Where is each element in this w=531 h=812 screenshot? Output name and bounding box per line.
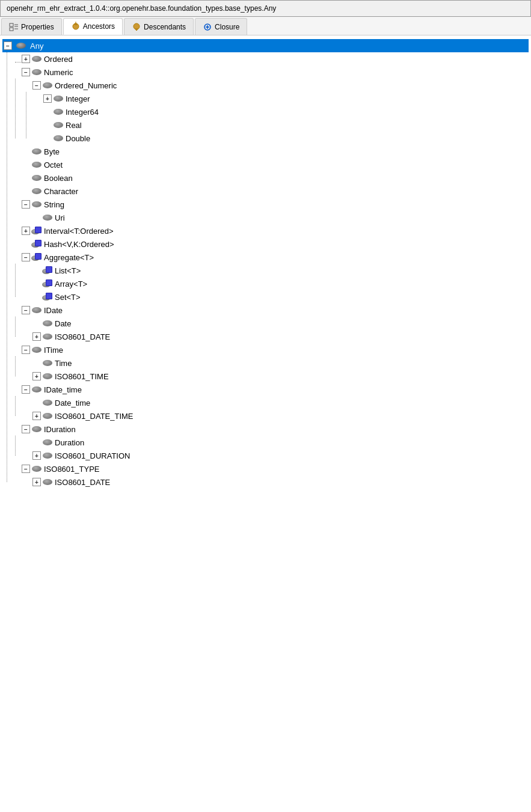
tree-row-iduration[interactable]: − IDuration xyxy=(11,423,529,436)
expand-iso8601-date-time[interactable]: + xyxy=(32,412,41,420)
tree-row-character[interactable]: Character xyxy=(11,185,529,198)
expand-ordered-numeric[interactable]: − xyxy=(32,81,41,90)
aggregate-children: List<T> xyxy=(11,264,529,304)
svg-marker-6 xyxy=(75,23,77,25)
icon-iso8601-time xyxy=(42,372,53,380)
tree-row-set[interactable]: Set<T> xyxy=(22,290,529,304)
tree-row-iso8601-date-last[interactable]: + ISO8601_DATE xyxy=(22,475,529,489)
expand-string[interactable]: − xyxy=(22,200,30,209)
tree-row-integer64[interactable]: Integer64 xyxy=(32,105,529,118)
tree-row-ordered[interactable]: + Ordered xyxy=(11,52,529,66)
icon-set xyxy=(42,293,53,301)
label-string: String xyxy=(44,200,64,209)
label-any: Any xyxy=(28,41,45,51)
tree-row-time[interactable]: Time xyxy=(22,356,529,370)
tree-row-iso8601-date[interactable]: + ISO8601_DATE xyxy=(22,330,529,343)
label-integer: Integer xyxy=(66,94,90,103)
expand-interval[interactable]: + xyxy=(22,227,30,235)
tree-row-octet[interactable]: Octet xyxy=(11,158,529,171)
expand-aggregate[interactable]: − xyxy=(22,253,30,261)
tree-row-any[interactable]: − Any xyxy=(2,39,529,52)
icon-byte xyxy=(31,147,42,156)
idate-time-children: Date_time + ISO8601_DATE_TIME xyxy=(11,396,529,423)
tab-ancestors-label: Ancestors xyxy=(83,22,115,31)
tree-row-list[interactable]: List<T> xyxy=(22,264,529,277)
numeric-children: − Ordered_Numeric xyxy=(11,79,529,145)
label-iso8601-date: ISO8601_DATE xyxy=(55,332,110,341)
tab-properties[interactable]: Properties xyxy=(1,18,62,35)
expand-iso8601-type[interactable]: − xyxy=(22,465,30,473)
tree-row-iso8601-type[interactable]: − ISO8601_TYPE xyxy=(11,462,529,475)
expand-idate-time[interactable]: − xyxy=(22,385,30,394)
tree-row-iso8601-duration[interactable]: + ISO8601_DURATION xyxy=(22,449,529,462)
tree-node-aggregate: − Aggregate<T> xyxy=(11,251,529,304)
string-children: Uri xyxy=(11,211,529,224)
tree-row-aggregate[interactable]: − Aggregate<T> xyxy=(11,251,529,264)
label-interval: Interval<T:Ordered> xyxy=(44,227,114,236)
label-iso8601-duration: ISO8601_DURATION xyxy=(55,451,130,460)
root-children: + Ordered − Numeric xyxy=(2,52,529,489)
tree-node-real: Real xyxy=(32,118,529,132)
expand-any[interactable]: − xyxy=(4,41,12,50)
tree-row-integer[interactable]: + Integer xyxy=(32,92,529,105)
svg-rect-1 xyxy=(10,28,13,31)
label-array: Array<T> xyxy=(55,279,87,288)
label-numeric: Numeric xyxy=(44,68,73,77)
tree-node-uri: Uri xyxy=(22,211,529,224)
expand-iso8601-date[interactable]: + xyxy=(32,332,41,341)
expand-iso8601-date-last[interactable]: + xyxy=(32,478,41,486)
tab-descendants[interactable]: Descendants xyxy=(124,18,194,35)
label-iso8601-date-time: ISO8601_DATE_TIME xyxy=(55,412,134,421)
tree-row-numeric[interactable]: − Numeric xyxy=(11,66,529,79)
icon-ordered xyxy=(31,55,42,63)
expand-ph-real xyxy=(43,121,52,129)
tree-row-real[interactable]: Real xyxy=(32,118,529,132)
tree-row-hash[interactable]: Hash<V,K:Ordered> xyxy=(11,237,529,251)
tree-row-array[interactable]: Array<T> xyxy=(22,277,529,290)
expand-ph-array xyxy=(32,279,41,288)
tree-row-iso8601-date-time[interactable]: + ISO8601_DATE_TIME xyxy=(22,409,529,423)
tree-row-byte[interactable]: Byte xyxy=(11,145,529,158)
tree-row-ordered-numeric[interactable]: − Ordered_Numeric xyxy=(22,79,529,92)
tree-node-byte: Byte xyxy=(11,145,529,158)
icon-iso8601-date xyxy=(42,332,53,341)
expand-integer[interactable]: + xyxy=(43,94,52,103)
tree-row-idate-time[interactable]: − IDate_time xyxy=(11,383,529,396)
icon-date xyxy=(42,319,53,328)
tab-closure[interactable]: Closure xyxy=(195,18,247,35)
expand-iso8601-duration[interactable]: + xyxy=(32,451,41,460)
expand-ordered[interactable]: + xyxy=(22,55,30,63)
expand-numeric[interactable]: − xyxy=(22,68,30,76)
icon-interval xyxy=(31,227,42,235)
ancestors-icon xyxy=(71,22,81,31)
icon-date-time xyxy=(42,398,53,407)
label-idate: IDate xyxy=(44,306,63,315)
tree-row-boolean[interactable]: Boolean xyxy=(11,171,529,185)
expand-iduration[interactable]: − xyxy=(22,425,30,433)
expand-ph-set xyxy=(32,293,41,301)
label-itime: ITime xyxy=(44,346,63,355)
tree-row-date-time[interactable]: Date_time xyxy=(22,396,529,409)
icon-octet xyxy=(31,160,42,169)
tree-row-itime[interactable]: − ITime xyxy=(11,343,529,356)
expand-idate[interactable]: − xyxy=(22,306,30,314)
icon-iso8601-type xyxy=(31,465,42,473)
tree-row-iso8601-time[interactable]: + ISO8601_TIME xyxy=(22,370,529,383)
tree-row-double[interactable]: Double xyxy=(32,132,529,145)
label-duration: Duration xyxy=(55,438,84,447)
tab-ancestors[interactable]: Ancestors xyxy=(63,18,123,35)
expand-itime[interactable]: − xyxy=(22,346,30,354)
tree-node-list: List<T> xyxy=(22,264,529,277)
tree-row-uri[interactable]: Uri xyxy=(22,211,529,224)
label-iso8601-type: ISO8601_TYPE xyxy=(44,465,100,474)
tree-row-duration[interactable]: Duration xyxy=(22,436,529,449)
label-ordered: Ordered xyxy=(44,55,73,64)
icon-iduration xyxy=(31,425,42,433)
tree-row-idate[interactable]: − IDate xyxy=(11,304,529,317)
tree-row-interval[interactable]: + Interval<T:Ordered> xyxy=(11,224,529,237)
ordered-numeric-children: + Integer xyxy=(22,92,529,145)
tree-row-string[interactable]: − String xyxy=(11,198,529,211)
label-uri: Uri xyxy=(55,213,65,222)
tree-row-date[interactable]: Date xyxy=(22,317,529,330)
expand-iso8601-time[interactable]: + xyxy=(32,372,41,380)
